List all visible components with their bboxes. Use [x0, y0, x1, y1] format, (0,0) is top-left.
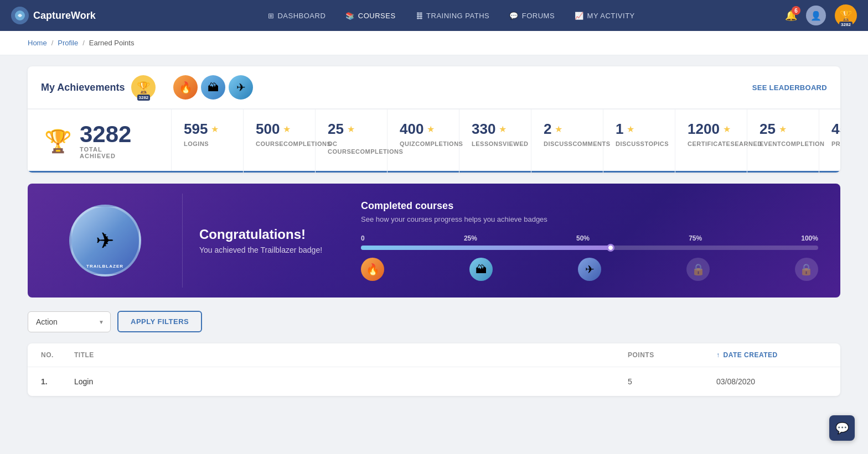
milestone-locked-1: 🔒	[686, 258, 710, 281]
filter-row: Action Option 1 Option 2 APPLY FILTERS	[28, 311, 840, 332]
col-header-no: NO.	[41, 351, 74, 359]
nav-forums[interactable]: 💬 FORUMS	[500, 7, 564, 24]
achievements-trophy: 🏆 3282	[131, 75, 156, 100]
path-icon: 🛤	[416, 12, 423, 20]
achievements-header: My Achievements 🏆 3282 🔥 🏔 ✈ SEE LEADERB…	[28, 66, 840, 109]
row-1-no: 1.	[41, 377, 74, 386]
stat-star-8: ★	[779, 124, 787, 134]
stat-item-9: 45 ★ PROPIC	[819, 109, 840, 173]
milestone-locked-1-badge: 🔒	[686, 258, 710, 281]
col-header-date[interactable]: ↑ DATE CREATED	[716, 351, 827, 359]
breadcrumb-sep-1: /	[51, 39, 54, 47]
stat-total-trophy-icon: 🏆	[44, 128, 72, 154]
nav-links: ⊞ DASHBOARD 📚 COURSES 🛤 TRAINING PATHS 💬…	[118, 7, 785, 24]
row-1-points: 5	[628, 377, 716, 386]
breadcrumb-profile[interactable]: Profile	[58, 39, 78, 47]
badge-banner: ✈ TRAILBLAZER Congratulations! You achie…	[28, 184, 840, 298]
stat-num-8: 25	[760, 121, 776, 138]
progress-track	[361, 246, 818, 250]
breadcrumb: Home / Profile / Earned Points	[0, 31, 868, 55]
progress-labels: 0 25% 50% 75% 100%	[361, 234, 818, 242]
nav-my-activity[interactable]: 📈 MY ACTIVITY	[566, 7, 644, 24]
apply-filters-button[interactable]: APPLY FILTERS	[117, 311, 202, 332]
stats-items: 595 ★ LOGINS 500 ★ COURSECOMPLETIONS 25 …	[172, 109, 840, 173]
see-leaderboard-link[interactable]: SEE LEADERBOARD	[752, 84, 827, 92]
nav-training-paths[interactable]: 🛤 TRAINING PATHS	[407, 7, 499, 24]
total-number: 3282	[80, 123, 131, 146]
user-trophy[interactable]: 🏆 3282	[835, 4, 857, 27]
stat-item-2: 25 ★ OC COURSECOMPLETIONS	[316, 109, 388, 173]
book-icon: 📚	[345, 12, 355, 20]
stat-star-3: ★	[427, 124, 435, 134]
badge-mountain: 🏔	[201, 75, 225, 100]
action-select[interactable]: Action Option 1 Option 2	[28, 311, 111, 332]
trophy-score: 3282	[839, 22, 852, 28]
stat-lbl-3: QUIZCOMPLETIONS	[400, 140, 463, 148]
milestone-trailblazer: ✈	[578, 258, 601, 281]
milestone-trailblazer-badge: ✈	[578, 258, 601, 281]
table-header: NO. TITLE POINTS ↑ DATE CREATED	[28, 343, 840, 367]
badges-preview: 🔥 🏔 ✈	[173, 75, 253, 100]
nav-right: 🔔 6 👤 🏆 3282	[785, 4, 857, 27]
stat-lbl-6: DISCUSSTOPICS	[616, 140, 669, 148]
milestone-locked-2: 🔒	[795, 258, 818, 281]
points-table: NO. TITLE POINTS ↑ DATE CREATED 1. Login…	[28, 343, 840, 396]
banner-progress-area: Completed courses See how your courses p…	[339, 184, 840, 298]
stat-item-8: 25 ★ EVENTCOMPLETION	[747, 109, 819, 173]
badge-fire: 🔥	[173, 75, 198, 100]
stat-num-6: 1	[616, 121, 623, 138]
stat-star-0: ★	[211, 124, 219, 134]
breadcrumb-current: Earned Points	[89, 39, 135, 47]
achievements-section: My Achievements 🏆 3282 🔥 🏔 ✈ SEE LEADERB…	[28, 66, 840, 173]
user-avatar[interactable]: 👤	[806, 6, 826, 25]
nav-dashboard[interactable]: ⊞ DASHBOARD	[259, 7, 334, 24]
breadcrumb-home[interactable]: Home	[28, 39, 47, 47]
row-1-date: 03/08/2020	[716, 377, 827, 386]
milestone-mountain: 🏔	[469, 258, 493, 281]
main-content: My Achievements 🏆 3282 🔥 🏔 ✈ SEE LEADERB…	[0, 55, 868, 407]
table-row: 1. Login 5 03/08/2020	[28, 367, 840, 396]
stat-star-5: ★	[555, 124, 562, 134]
stat-star-7: ★	[723, 124, 731, 134]
stat-num-5: 2	[544, 121, 551, 138]
stat-num-4: 330	[472, 121, 495, 138]
notification-bell[interactable]: 🔔 6	[785, 9, 797, 22]
stat-item-3: 400 ★ QUIZCOMPLETIONS	[388, 109, 459, 173]
stat-num-7: 1200	[688, 121, 720, 138]
stat-star-6: ★	[627, 124, 634, 134]
progress-subtitle: See how your courses progress helps you …	[361, 215, 818, 223]
logo-icon	[11, 7, 29, 24]
milestone-fire-badge: 🔥	[361, 258, 384, 281]
milestone-fire: 🔥	[361, 258, 384, 281]
stat-num-9: 45	[831, 121, 840, 138]
total-label: TOTAL ACHIEVED	[80, 146, 131, 159]
grid-icon: ⊞	[268, 12, 275, 20]
banner-badge-area: ✈ TRAILBLAZER	[28, 194, 183, 288]
navbar: CaptureWork ⊞ DASHBOARD 📚 COURSES 🛤 TRAI…	[0, 0, 868, 31]
stats-strip: 🏆 3282 TOTAL ACHIEVED 595 ★ LOGINS	[28, 109, 840, 173]
brand-logo[interactable]: CaptureWork	[11, 7, 96, 24]
sort-up-icon: ↑	[716, 351, 720, 359]
banner-subtitle: You achieved the Trailblazer badge!	[199, 246, 322, 254]
badge-plane: ✈	[229, 75, 253, 100]
stat-num-3: 400	[400, 121, 423, 138]
col-header-title: TITLE	[74, 351, 628, 359]
action-select-wrapper: Action Option 1 Option 2	[28, 311, 111, 332]
nav-courses[interactable]: 📚 COURSES	[337, 7, 404, 24]
stat-star-2: ★	[347, 124, 355, 134]
stat-item-1: 500 ★ COURSECOMPLETIONS	[244, 109, 316, 173]
progress-milestones: 🔥 🏔 ✈ 🔒 🔒	[361, 258, 818, 281]
milestone-locked-2-badge: 🔒	[795, 258, 818, 281]
stat-star-1: ★	[283, 124, 291, 134]
stat-num-0: 595	[184, 121, 208, 138]
progress-fill	[361, 246, 612, 250]
col-header-points: POINTS	[628, 351, 716, 359]
stat-lbl-9: PROPIC	[831, 140, 840, 148]
stat-lbl-0: LOGINS	[184, 140, 209, 148]
achievements-trophy-score: 3282	[137, 95, 151, 101]
activity-icon: 📈	[575, 12, 584, 20]
stat-item-4: 330 ★ LESSONSVIEWED	[459, 109, 531, 173]
stat-num-1: 500	[256, 121, 280, 138]
progress-track-container: 0 25% 50% 75% 100% 🔥 🏔	[361, 234, 818, 281]
stat-total-info: 3282 TOTAL ACHIEVED	[80, 123, 131, 159]
